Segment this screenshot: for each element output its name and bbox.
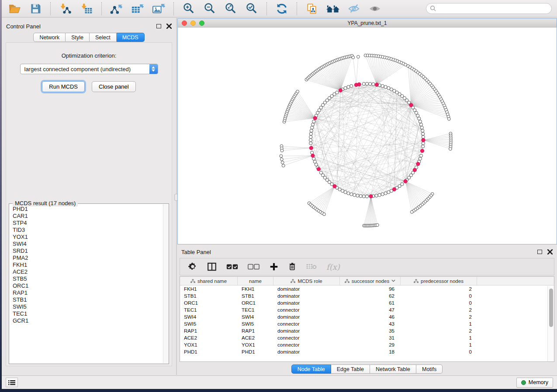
mcds-result-scrollbar[interactable] xyxy=(163,204,168,363)
tree-icon xyxy=(190,279,195,283)
table-row[interactable]: YOX1YOX1connector291 xyxy=(180,341,554,348)
column-header-shared-name[interactable]: shared name xyxy=(180,277,238,285)
table-row[interactable]: SWI4SWI4dominator462 xyxy=(180,313,554,320)
table-cell: ACE2 xyxy=(238,334,273,341)
zoom-fit-icon[interactable] xyxy=(223,2,238,15)
control-panel-tabs: Network Style Select MCDS xyxy=(2,33,176,42)
refresh-icon[interactable] xyxy=(274,2,289,15)
run-mcds-button[interactable]: Run MCDS xyxy=(42,81,85,92)
table-cell: SWI5 xyxy=(180,320,238,327)
table-cell: 0 xyxy=(401,348,477,355)
task-history-button[interactable] xyxy=(6,378,18,387)
table-row[interactable]: FKH1FKH1dominator962 xyxy=(180,285,554,292)
search-box[interactable] xyxy=(426,3,552,14)
tab-style[interactable]: Style xyxy=(66,33,90,42)
network-view: YPA_prune.txt_1 xyxy=(177,18,557,244)
select-all-checkboxes-icon[interactable] xyxy=(226,263,239,270)
delete-column-icon[interactable] xyxy=(288,262,297,272)
table-cell: PHD1 xyxy=(180,348,238,355)
gear-icon[interactable] xyxy=(188,262,197,272)
column-header-mcds-role[interactable]: MCDS role xyxy=(273,277,340,285)
mcds-result-item[interactable]: SWI5 xyxy=(11,303,163,310)
zoom-in-icon[interactable] xyxy=(181,2,196,15)
mcds-result-item[interactable]: PHD1 xyxy=(11,206,163,213)
tab-network[interactable]: Network xyxy=(33,33,66,42)
mcds-result-item[interactable]: TEC1 xyxy=(11,310,163,317)
optimization-criterion-select[interactable]: largest connected component (undirected) xyxy=(20,64,158,74)
table-cell: STB1 xyxy=(180,292,238,299)
table-toolbar: f(x) xyxy=(180,258,554,275)
tab-mcds[interactable]: MCDS xyxy=(117,33,145,42)
mcds-result-item[interactable]: STP4 xyxy=(11,220,163,227)
mcds-result-list[interactable]: PHD1CAR1STP4TID3YOX1SWI4SRD1PMA2FKH1ACE2… xyxy=(11,206,163,363)
network-title: YPA_prune.txt_1 xyxy=(178,20,557,26)
float-panel-icon[interactable] xyxy=(156,24,161,28)
tab-node-table[interactable]: Node Table xyxy=(291,364,331,374)
clone-network-icon[interactable] xyxy=(304,2,319,15)
save-session-icon[interactable] xyxy=(28,2,43,15)
mcds-result-item[interactable]: TID3 xyxy=(11,227,163,234)
mcds-result-item[interactable]: FKH1 xyxy=(11,261,163,268)
table-cell: FKH1 xyxy=(180,285,238,292)
table-cell: TEC1 xyxy=(238,306,273,313)
table-cell: 18 xyxy=(340,348,401,355)
table-row[interactable]: PHD1PHD1dominator180 xyxy=(180,348,554,355)
mcds-result-item[interactable]: SRD1 xyxy=(11,248,163,254)
open-file-icon[interactable] xyxy=(7,2,22,15)
column-header-successor-nodes[interactable]: successor nodes xyxy=(340,277,401,285)
table-row[interactable]: ACE2ACE2connector311 xyxy=(180,334,554,341)
close-panel-icon[interactable] xyxy=(166,24,172,29)
mcds-result-item[interactable]: YOX1 xyxy=(11,234,163,241)
mcds-result-item[interactable]: GCR1 xyxy=(11,317,163,324)
import-network-icon[interactable] xyxy=(58,2,73,15)
table-row[interactable]: TEC1TEC1connector472 xyxy=(180,306,554,313)
tab-motifs[interactable]: Motifs xyxy=(416,364,443,374)
zoom-out-icon[interactable] xyxy=(202,2,217,15)
table-row[interactable]: SWI5SWI5connector431 xyxy=(180,320,554,327)
function-builder-icon: f(x) xyxy=(326,262,340,272)
table-cell: 35 xyxy=(340,327,401,334)
import-table-icon[interactable] xyxy=(79,2,94,15)
column-header-predecessor-nodes[interactable]: predecessor nodes xyxy=(401,277,477,285)
hide-selected-icon[interactable] xyxy=(346,2,361,15)
network-graph[interactable] xyxy=(178,28,557,244)
table-row[interactable]: RAP1RAP1dominator352 xyxy=(180,327,554,334)
mcds-result-item[interactable]: RAP1 xyxy=(11,289,163,296)
tab-network-table[interactable]: Network Table xyxy=(370,364,416,374)
show-all-icon[interactable] xyxy=(367,2,382,15)
export-image-icon[interactable] xyxy=(151,2,166,15)
column-header-name[interactable]: name xyxy=(238,277,273,285)
table-cell: SWI4 xyxy=(238,313,273,320)
mcds-result-item[interactable]: ORC1 xyxy=(11,282,163,289)
float-table-panel-icon[interactable] xyxy=(537,250,542,254)
search-input[interactable] xyxy=(436,5,548,12)
zoom-selected-icon[interactable] xyxy=(244,2,259,15)
control-panel: Control Panel Network Style Select MCDS … xyxy=(2,18,176,375)
table-cell: 0 xyxy=(401,292,477,299)
network-canvas[interactable] xyxy=(178,28,557,244)
columns-icon[interactable] xyxy=(207,262,217,272)
mcds-result-item[interactable]: CAR1 xyxy=(11,213,163,220)
mcds-result-item[interactable]: SWI4 xyxy=(11,241,163,248)
table-scrollbar[interactable] xyxy=(547,286,554,361)
memory-button[interactable]: Memory xyxy=(516,378,553,388)
export-table-icon[interactable] xyxy=(130,2,145,15)
table-scrollbar-thumb[interactable] xyxy=(549,289,553,327)
mcds-result-item[interactable]: PMA2 xyxy=(11,254,163,261)
tree-icon xyxy=(291,279,295,283)
close-panel-button[interactable]: Close panel xyxy=(92,81,136,92)
mcds-result-item[interactable]: STB5 xyxy=(11,275,163,282)
close-table-panel-icon[interactable] xyxy=(547,249,553,254)
export-network-icon[interactable] xyxy=(109,2,124,15)
table-cell: RAP1 xyxy=(180,327,238,334)
table-row[interactable]: ORC1ORC1dominator610 xyxy=(180,299,554,306)
mcds-result-item[interactable]: STB1 xyxy=(11,296,163,303)
first-neighbors-icon[interactable] xyxy=(325,2,340,15)
deselect-all-checkboxes-icon[interactable] xyxy=(248,263,260,270)
table-row[interactable]: STB1STB1dominator620 xyxy=(180,292,554,299)
table-cell: RAP1 xyxy=(238,327,273,334)
add-column-icon[interactable] xyxy=(269,262,279,272)
tab-edge-table[interactable]: Edge Table xyxy=(331,364,370,374)
tab-select[interactable]: Select xyxy=(90,33,117,42)
mcds-result-item[interactable]: ACE2 xyxy=(11,268,163,275)
